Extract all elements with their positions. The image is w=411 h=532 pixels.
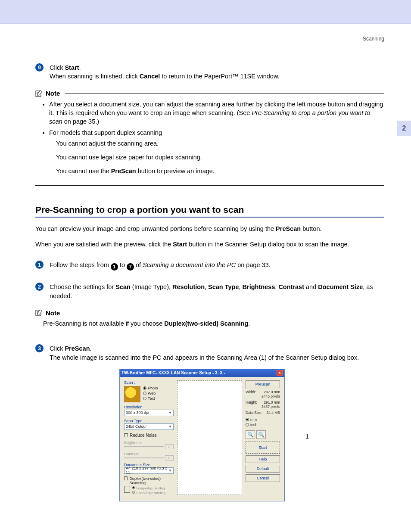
- text: For models that support duplex scanning: [49, 129, 162, 136]
- text-bold: Start: [173, 241, 187, 248]
- dialog-titlebar: TW-Brother MFC- XXXX LAN Scanner Setup -…: [120, 369, 284, 377]
- text: Follow the steps from: [50, 261, 111, 268]
- scantype-label: Scan Type: [124, 419, 174, 423]
- text: and: [304, 283, 318, 290]
- text: .: [248, 320, 250, 327]
- radio-mm[interactable]: mm: [246, 417, 280, 422]
- note-body: Pre-Scanning is not available if you cho…: [35, 317, 384, 332]
- text-bold: Scan Type: [208, 283, 239, 290]
- text: .: [79, 64, 81, 71]
- scantype-select[interactable]: 24bit Colour▼: [124, 423, 174, 430]
- step-number-9: 9: [35, 63, 44, 72]
- step-number-1: 1: [35, 261, 44, 269]
- height-pixels: 3437 pixels: [246, 404, 280, 409]
- width-label: Width:: [246, 390, 256, 394]
- text: Pre-Scanning is not available if you cho…: [43, 320, 164, 327]
- text: on page 35.): [62, 118, 99, 125]
- height-label: Height:: [246, 400, 257, 404]
- text: (Image Type),: [131, 283, 172, 290]
- text: to: [118, 261, 127, 268]
- radio-short-edge[interactable]: Short-edge binding: [132, 491, 165, 495]
- text-bold: Document Size: [318, 283, 363, 290]
- text-bold: PreScan: [276, 225, 301, 232]
- brightness-slider[interactable]: 0: [124, 445, 174, 449]
- text: button in the Scanner Setup dialog box t…: [187, 241, 349, 248]
- docsize-select[interactable]: A4 210 x 297 mm (8.3 x 11.▼: [124, 467, 174, 474]
- step-2: 2 Choose the settings for Scan (Image Ty…: [35, 283, 384, 300]
- dialog-title: TW-Brother MFC- XXXX LAN Scanner Setup -…: [121, 370, 225, 375]
- text: button to preview an image.: [136, 168, 215, 174]
- text-bold: Resolution: [172, 283, 205, 290]
- text-bold: Start: [65, 64, 79, 71]
- radio-long-edge[interactable]: Long-edge binding: [132, 486, 165, 490]
- top-decorative-bar: [0, 0, 411, 24]
- help-button[interactable]: Help: [246, 455, 280, 463]
- dialog-left-panel: Scan : Photo Web Text Resolution 300 x 3…: [124, 380, 174, 495]
- text-bold: PreScan: [111, 168, 136, 174]
- scanner-setup-dialog: TW-Brother MFC- XXXX LAN Scanner Setup -…: [119, 369, 285, 501]
- text-bold: PreScan: [65, 345, 90, 352]
- text-bold: Duplex(two-sided) Scanning: [164, 320, 248, 327]
- ref-circle-1: 1: [111, 263, 118, 271]
- text: You cannot use the: [56, 168, 111, 174]
- contrast-slider[interactable]: 0: [124, 456, 174, 460]
- reduce-noise-checkbox[interactable]: Reduce Noise: [124, 433, 174, 438]
- resolution-label: Resolution: [124, 405, 174, 409]
- step-number-3: 3: [35, 344, 44, 352]
- resolution-select[interactable]: 300 x 300 dpi▼: [124, 410, 174, 416]
- text: button.: [301, 225, 321, 232]
- note-block-2: Note Pre-Scanning is not available if yo…: [35, 309, 384, 332]
- width-value: 207.0 mm: [264, 390, 280, 394]
- text: The whole image is scanned into the PC a…: [50, 354, 359, 361]
- text: Choose the settings for: [50, 283, 115, 290]
- paragraph: You can preview your image and crop unwa…: [35, 224, 384, 233]
- chapter-tab: 2: [397, 121, 411, 136]
- default-button[interactable]: Default: [246, 465, 280, 473]
- step-9: 9 Click Start. When scanning is finished…: [35, 63, 384, 81]
- text: on page 33.: [236, 261, 271, 268]
- note-body: After you select a document size, you ca…: [35, 97, 384, 186]
- text-italic: Scanning a document into the PC: [143, 261, 236, 268]
- radio-text[interactable]: Text: [143, 396, 158, 401]
- radio-inch[interactable]: inch: [246, 423, 280, 427]
- text-bold: Scan: [115, 283, 131, 290]
- duplex-checkbox[interactable]: Duplex(two-sided) Scanning: [124, 476, 174, 485]
- photo-thumbnail: [124, 386, 140, 402]
- scanning-area-preview[interactable]: [177, 380, 242, 495]
- close-icon[interactable]: ×: [277, 370, 283, 376]
- running-header: Scanning: [35, 24, 384, 42]
- ref-circle-7: 7: [127, 263, 134, 271]
- radio-web[interactable]: Web: [143, 391, 158, 395]
- step-number-2: 2: [35, 283, 44, 291]
- text: You cannot use the PreScan button to pre…: [56, 167, 384, 175]
- cancel-button[interactable]: Cancel: [246, 474, 280, 482]
- callout-1: 1: [305, 433, 309, 440]
- radio-photo[interactable]: Photo: [143, 386, 158, 390]
- note-icon: [35, 90, 43, 97]
- note-block-1: Note After you select a document size, y…: [35, 90, 384, 186]
- text: Click: [50, 345, 65, 352]
- datasize-value: 24.4 MB: [266, 411, 280, 415]
- note-label: Note: [46, 309, 60, 317]
- text: to return to the PaperPort™ 11SE window.: [160, 73, 279, 80]
- text: You cannot use legal size paper for dupl…: [56, 153, 384, 162]
- note-label: Note: [46, 90, 60, 97]
- step-1-text: Follow the steps from 1 to 7 of Scanning…: [50, 261, 384, 271]
- dialog-right-panel: PreScan Width:207.0 mm 2445 pixels Heigh…: [246, 380, 280, 495]
- scan-type-radios: Photo Web Text: [143, 386, 158, 402]
- step-1: 1 Follow the steps from 1 to 7 of Scanni…: [35, 261, 384, 271]
- text: When scanning is finished, click: [50, 73, 140, 80]
- callout-line: [288, 437, 304, 437]
- width-pixels: 2445 pixels: [246, 394, 280, 398]
- step-2-text: Choose the settings for Scan (Image Type…: [50, 283, 384, 300]
- heading-prescanning: Pre-Scanning to crop a portion you want …: [35, 205, 384, 218]
- step-9-text: Click Start. When scanning is finished, …: [50, 63, 384, 81]
- zoom-in-icon[interactable]: 🔍: [246, 430, 255, 439]
- text: Click: [50, 64, 65, 71]
- height-value: 291.0 mm: [264, 400, 280, 404]
- prescan-button[interactable]: PreScan: [246, 380, 280, 388]
- page-icon: [124, 486, 130, 493]
- text-bold: Cancel: [140, 73, 160, 80]
- zoom-out-icon[interactable]: 🔍: [256, 430, 266, 439]
- start-button[interactable]: Start: [246, 442, 280, 454]
